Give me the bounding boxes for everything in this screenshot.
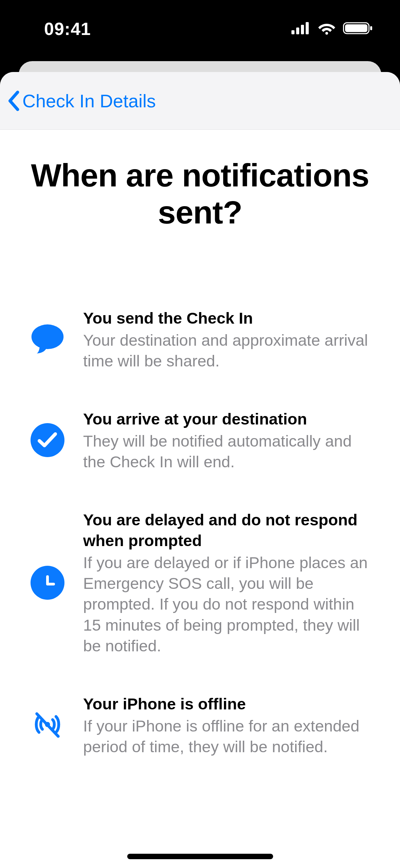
page-title: When are notifications sent? [31, 157, 369, 231]
svg-point-8 [32, 325, 64, 349]
home-indicator[interactable] [127, 854, 273, 859]
item-title: You are delayed and do not respond when … [83, 509, 369, 551]
svg-rect-3 [306, 22, 309, 34]
item-title: Your iPhone is offline [83, 693, 369, 714]
list-item: You arrive at your destination They will… [31, 409, 369, 472]
svg-rect-1 [296, 28, 299, 34]
chevron-left-icon [7, 91, 20, 111]
modal-sheet: Check In Details When are notifications … [0, 72, 400, 868]
list-item: You are delayed and do not respond when … [31, 509, 369, 656]
svg-rect-0 [291, 30, 294, 34]
item-description: If you are delayed or if iPhone places a… [83, 552, 369, 656]
device-frame: 09:41 [0, 0, 400, 868]
list-item: Your iPhone is offline If your iPhone is… [31, 693, 369, 757]
navigation-bar: Check In Details [0, 72, 400, 130]
item-title: You send the Check In [83, 308, 369, 328]
back-button-label: Check In Details [22, 90, 156, 111]
status-bar: 09:41 [0, 0, 400, 58]
status-indicators [291, 21, 373, 36]
svg-point-10 [45, 722, 50, 727]
item-description: If your iPhone is offline for an extende… [83, 716, 369, 757]
item-title: You arrive at your destination [83, 409, 369, 429]
svg-rect-7 [370, 26, 372, 30]
battery-icon [343, 21, 373, 36]
item-description: They will be notified automatically and … [83, 431, 369, 472]
svg-rect-2 [301, 25, 304, 34]
item-description: Your destination and approximate arrival… [83, 330, 369, 371]
svg-rect-6 [345, 24, 367, 32]
svg-point-4 [325, 32, 328, 35]
list-item: You send the Check In Your destination a… [31, 308, 369, 371]
back-button[interactable]: Check In Details [7, 90, 156, 111]
wifi-icon [318, 22, 336, 36]
antenna-offline-icon [31, 708, 64, 742]
checkmark-circle-icon [31, 423, 64, 457]
info-list: You send the Check In Your destination a… [31, 308, 369, 757]
status-time: 09:41 [44, 19, 91, 39]
cellular-icon [291, 22, 310, 36]
content-scroll[interactable]: When are notifications sent? You send th… [0, 130, 400, 868]
clock-icon [31, 566, 64, 600]
speech-bubble-icon [31, 322, 64, 356]
